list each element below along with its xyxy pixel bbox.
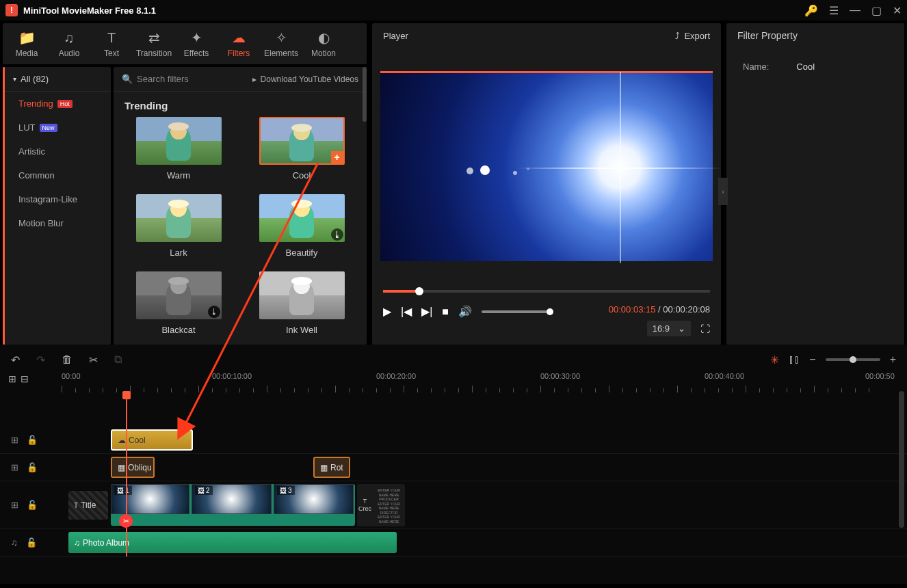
preview-canvas[interactable] (380, 71, 713, 261)
sidebar-header[interactable]: All (82) (5, 67, 111, 92)
maximize-icon[interactable]: ▢ (871, 4, 882, 17)
filter-card-inkwell[interactable]: Ink Well (250, 271, 353, 335)
property-name-label: Name: (743, 62, 769, 72)
sidebar-item-instagram-like[interactable]: Instagram-Like (5, 187, 111, 211)
tab-filters[interactable]: ☁Filters (220, 25, 257, 62)
stop-button[interactable]: ■ (442, 306, 449, 318)
sidebar-item-lut[interactable]: LUTNew (5, 116, 111, 139)
search-input[interactable]: 🔍Search filters (122, 74, 189, 84)
music-icon: ♫ (11, 537, 18, 548)
clip-transition-rotate[interactable]: ▦Rot (313, 457, 350, 478)
tab-effects[interactable]: ✦Effects (178, 25, 215, 62)
redo-button[interactable]: ↷ (36, 353, 45, 366)
lock-icon[interactable]: 🔓 (27, 462, 38, 472)
close-icon[interactable]: ✕ (893, 4, 902, 17)
filter-grid-panel: 🔍Search filters ▸Download YouTube Videos… (114, 67, 367, 345)
export-button[interactable]: ⤴Export (675, 31, 710, 41)
sidebar-item-motion-blur[interactable]: Motion Blur (5, 211, 111, 235)
image-icon: 🖼 (198, 487, 205, 494)
crop-button[interactable]: ⧉ (114, 353, 122, 366)
playhead[interactable] (126, 392, 127, 557)
clip-transition-oblique[interactable]: ▦Obliqu (111, 457, 155, 478)
filter-card-warm[interactable]: Warm (127, 117, 230, 181)
track-transition: ⊞🔓 ▦Obliqu ▦Rot (0, 454, 907, 481)
film-icon: ⊞ (11, 435, 18, 445)
download-icon[interactable]: ⭳ (208, 306, 220, 318)
tab-elements[interactable]: ✧Elements (263, 25, 300, 62)
cloud-icon: ☁ (232, 29, 246, 46)
sidebar-item-trending[interactable]: TrendingHot (5, 92, 111, 116)
clip-audio[interactable]: ♫Photo Album (68, 532, 397, 553)
delete-button[interactable]: 🗑 (62, 353, 73, 366)
music-clip-icon: ♫ (74, 538, 80, 548)
hamburger-icon[interactable]: ☰ (829, 4, 839, 17)
filter-categories: All (82) TrendingHot LUTNew Artistic Com… (3, 67, 111, 345)
minimize-icon[interactable]: — (850, 4, 860, 16)
play-button[interactable]: ▶ (383, 305, 391, 318)
filter-card-cool[interactable]: +Cool (250, 117, 353, 181)
property-title: Filter Property (726, 23, 904, 48)
add-filter-button[interactable]: + (331, 151, 343, 163)
swap-icon: ⇄ (148, 29, 160, 46)
download-youtube-link[interactable]: ▸Download YouTube Videos (252, 75, 358, 84)
lock-icon[interactable]: 🔓 (27, 435, 38, 445)
split-button[interactable]: ✂ (89, 353, 98, 366)
timeline-scrollbar[interactable] (899, 391, 904, 528)
property-panel: Filter Property Name: Cool (726, 23, 904, 345)
progress-bar[interactable] (383, 290, 710, 293)
track-filter: ⊞🔓 ☁Cool (0, 427, 907, 454)
tab-text[interactable]: TText (93, 25, 130, 62)
fullscreen-button[interactable]: ⛶ (700, 323, 710, 334)
magnet-button[interactable]: ⫿⫿ (789, 353, 800, 366)
tab-motion[interactable]: ◐Motion (305, 25, 342, 62)
clip-credits[interactable]: T Crec ENTER YOUR NAME HERE PRODUCER ENT… (357, 484, 405, 526)
tab-media[interactable]: 📁Media (8, 25, 45, 62)
add-track-icon[interactable]: ⊞ (8, 373, 16, 384)
filter-card-blackcat[interactable]: ⭳Blackcat (127, 271, 230, 335)
lock-icon[interactable]: 🔓 (26, 537, 37, 548)
sidebar-item-artistic[interactable]: Artistic (5, 139, 111, 163)
time-total: 00:00:20:08 (663, 304, 710, 315)
next-frame-button[interactable]: ▶| (421, 305, 432, 318)
clip-filter-cool[interactable]: ☁Cool (111, 429, 193, 451)
clip-title[interactable]: TTitle (68, 491, 108, 520)
tab-audio[interactable]: ♫Audio (51, 25, 88, 62)
auto-button[interactable]: ✳ (770, 353, 779, 366)
prev-frame-button[interactable]: |◀ (401, 305, 412, 318)
volume-icon[interactable]: 🔊 (458, 305, 472, 318)
motion-icon: ◐ (318, 29, 330, 46)
scissors-marker[interactable]: ✂ (119, 514, 133, 528)
film-icon: ⊞ (11, 462, 18, 472)
clip-video-main[interactable]: 🖼1 🖼2 🖼3 (111, 484, 355, 526)
film-icon: ⊞ (11, 500, 18, 510)
undo-button[interactable]: ↶ (11, 353, 20, 366)
key-icon[interactable]: 🔑 (804, 4, 818, 17)
tab-transition[interactable]: ⇄Transition (135, 25, 172, 62)
zoom-in-button[interactable]: + (890, 353, 896, 366)
image-icon: 🖼 (280, 487, 287, 494)
lock-icon[interactable]: 🔓 (27, 500, 38, 510)
time-current: 00:00:03:15 (609, 304, 656, 315)
aspect-ratio-select[interactable]: 16:9⌄ (647, 321, 691, 336)
collapse-handle[interactable]: › (718, 178, 728, 205)
transition-icon: ▦ (118, 463, 125, 472)
timeline: ↶ ↷ 🗑 ✂ ⧉ ✳ ⫿⫿ − + ⊞ ⊟ 00:00 00:00:10:00… (0, 345, 907, 584)
zoom-out-button[interactable]: − (809, 353, 815, 366)
scrollbar[interactable] (363, 67, 367, 122)
sparkle-icon: ✦ (191, 29, 202, 46)
timeline-ruler[interactable]: 00:00 00:00:10:00 00:00:20:00 00:00:30:0… (62, 372, 907, 392)
zoom-slider[interactable] (826, 358, 880, 361)
new-badge: New (40, 124, 57, 132)
remove-track-icon[interactable]: ⊟ (21, 373, 29, 384)
download-icon[interactable]: ⭳ (331, 228, 343, 241)
titlebar: ! MiniTool MovieMaker Free 8.1.1 🔑 ☰ — ▢… (0, 0, 907, 21)
section-title: Trending (114, 92, 367, 117)
filter-clip-icon: ☁ (118, 436, 126, 445)
filter-card-beautify[interactable]: ⭳Beautify (250, 194, 353, 258)
filter-card-lark[interactable]: Lark (127, 194, 230, 258)
player-title: Player (383, 31, 408, 41)
music-icon: ♫ (64, 30, 75, 46)
sidebar-item-common[interactable]: Common (5, 163, 111, 187)
volume-slider[interactable] (482, 310, 550, 313)
image-icon: 🖼 (117, 487, 124, 494)
